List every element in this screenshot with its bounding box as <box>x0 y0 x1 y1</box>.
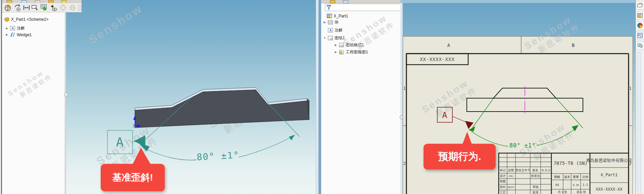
forum-bubbles-icon <box>637 43 643 49</box>
tree-root-right[interactable]: X_Part1 <box>327 13 348 19</box>
task-pane-custom-properties-button[interactable] <box>636 31 644 40</box>
task-pane-appearances-button[interactable] <box>636 21 644 30</box>
wedge-feature-icon <box>10 32 15 38</box>
expander-icon[interactable]: ▶ <box>334 44 337 47</box>
right-tab2-icon[interactable] <box>343 0 348 3</box>
annotations-folder-icon: A <box>10 25 15 31</box>
expander-icon[interactable]: ▶ <box>323 21 326 24</box>
callout-datum-skewed: 基准歪斜! <box>101 164 165 191</box>
tree-item-drawingview1[interactable]: ▶ 工程图视图1 <box>334 49 368 55</box>
tree-item-sheet1[interactable]: ▼ 图纸1 <box>323 35 345 41</box>
callout-expected-behavior-text: 预期行为. <box>438 150 481 164</box>
tree-root-left[interactable]: X_Part1 <Scheme2> <box>4 16 48 22</box>
annotations-folder-icon: A <box>328 27 333 33</box>
tree-item-wedge1[interactable]: ▶ Wedge1 <box>5 31 32 38</box>
expander-icon[interactable]: ▶ <box>5 33 8 36</box>
sheet-format-icon <box>339 42 344 48</box>
drawing-view-icon <box>339 49 344 55</box>
svg-text:A: A <box>329 28 332 32</box>
task-pane-scrollbar[interactable] <box>637 52 641 194</box>
drawing-doc-icon <box>327 13 332 19</box>
tree-item-sheetformat1[interactable]: ▶ 图纸格式1 <box>334 42 364 48</box>
design-library-icon <box>637 12 643 18</box>
left-panel-splitter[interactable] <box>64 12 66 194</box>
tree-item-annotations-left[interactable]: ▶ A 注解 <box>5 25 25 31</box>
tree-item-blocks[interactable]: ▶ 块 <box>323 19 339 25</box>
callout-datum-skewed-text: 基准歪斜! <box>112 171 153 184</box>
right-tab1-icon[interactable] <box>330 0 335 3</box>
block-folder-icon <box>328 19 333 25</box>
tree-root-left-label: X_Part1 <Scheme2> <box>11 17 48 22</box>
svg-text:A: A <box>11 26 14 30</box>
tree-root-right-label: X_Part1 <box>334 14 348 18</box>
tree-item-label: 注解 <box>17 25 25 31</box>
part-icon <box>4 16 10 22</box>
left-toolbar <box>2 3 82 12</box>
task-pane-forum-button[interactable] <box>636 41 644 50</box>
folder-icon <box>637 2 643 8</box>
sheet-icon <box>328 35 333 41</box>
drawing-sheet-paper[interactable] <box>403 36 633 194</box>
left-splitter-handle[interactable] <box>64 92 68 96</box>
tree-item-label: Wedge1 <box>17 33 32 37</box>
tree-filter-input[interactable] <box>325 4 400 11</box>
right-panel-splitter[interactable] <box>400 3 403 194</box>
expander-icon[interactable]: ▶ <box>5 27 8 30</box>
task-pane-design-library-button[interactable] <box>636 11 644 20</box>
tree-item-label: 图纸格式1 <box>346 42 364 48</box>
tree-item-label: 图纸1 <box>335 35 345 41</box>
task-pane-file-explorer-button[interactable] <box>636 1 644 10</box>
left-feature-tree-panel <box>2 12 64 194</box>
expander-icon[interactable]: ▶ <box>334 51 337 54</box>
tree-item-label: 块 <box>335 19 339 25</box>
expander-icon[interactable]: ▼ <box>323 37 326 40</box>
properties-list-icon <box>637 33 643 39</box>
filter-funnel-icon <box>326 5 332 10</box>
callout-expected-behavior: 预期行为. <box>424 144 496 170</box>
appearances-ball-icon <box>637 22 643 28</box>
tree-item-label: 注解 <box>335 27 343 33</box>
app-root: X_Part1 <Scheme2> ▶ A 注解 ▶ Wedge1 <box>0 0 644 194</box>
tree-item-label: 工程图视图1 <box>346 49 368 55</box>
tree-item-annotations-right[interactable]: A 注解 <box>323 27 343 34</box>
